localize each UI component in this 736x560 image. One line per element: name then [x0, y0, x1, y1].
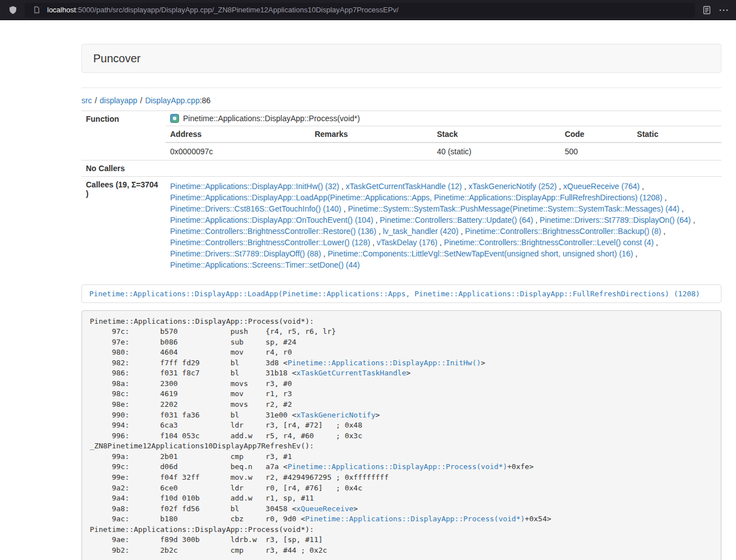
address-header: Address [166, 126, 310, 143]
no-callers-content [166, 160, 721, 172]
callee-link[interactable]: xQueueReceive (764) [563, 182, 639, 191]
breadcrumb-separator: / [140, 96, 143, 105]
code-symbol-link[interactable]: xTaskGenericNotify [296, 411, 376, 419]
page-content: Puncover src/displayapp/DisplayApp.cpp:8… [81, 44, 721, 560]
callee-link[interactable]: Pinetime::Components::LittleVgl::SetNewT… [328, 249, 633, 258]
page-icon [30, 4, 43, 16]
stack-value: 40 (static) [432, 143, 560, 160]
callees-list: Pinetime::Applications::DisplayApp::Init… [166, 177, 721, 274]
callee-link[interactable]: Pinetime::Drivers::Cst816S::GetTouchInfo… [170, 204, 341, 213]
callee-link[interactable]: vTaskDelay (176) [377, 238, 437, 247]
callee-link[interactable]: Pinetime::Drivers::St7789::DisplayOn() (… [540, 215, 691, 224]
callee-link[interactable]: Pinetime::Applications::Screens::Timer::… [170, 260, 360, 269]
code-symbol-link[interactable]: xTaskGetCurrentTaskHandle [296, 369, 406, 377]
breadcrumb-line-number: :86 [200, 96, 211, 105]
shield-icon[interactable] [7, 4, 19, 16]
static-header: Static [633, 126, 721, 143]
callee-link[interactable]: Pinetime::Applications::DisplayApp::OnTo… [170, 215, 373, 224]
symbol-snippet: Pinetime::Applications::DisplayApp::Load… [81, 284, 721, 303]
divider [81, 88, 721, 88]
breadcrumb-displayapp[interactable]: displayapp [100, 96, 138, 105]
code-symbol-link[interactable]: Pinetime::Applications::DisplayApp::Init… [287, 359, 481, 367]
browser-toolbar: localhost:5000/path/src/displayapp/Displ… [0, 0, 736, 20]
callee-link[interactable]: lv_task_handler (420) [383, 227, 459, 236]
url-bar[interactable]: localhost:5000/path/src/displayapp/Displ… [25, 3, 695, 17]
details-header-row: Address Remarks Stack Code Static [166, 126, 721, 143]
breadcrumb: src/displayapp/DisplayApp.cpp:86 [81, 96, 721, 105]
static-size-value [633, 143, 721, 160]
callee-link[interactable]: Pinetime::Controllers::Battery::Update()… [380, 215, 533, 224]
breadcrumb-src[interactable]: src [81, 96, 92, 105]
function-name-row: Pinetime::Applications::DisplayApp::Proc… [166, 111, 721, 126]
reader-mode-icon[interactable] [701, 4, 713, 16]
address-value: 0x0000097c [166, 143, 310, 160]
callee-link[interactable]: Pinetime::System::SystemTask::PushMessag… [348, 204, 680, 213]
code-size-value: 500 [560, 143, 633, 160]
remarks-value [310, 143, 432, 160]
url-host: localhost [47, 6, 76, 14]
app-header: Puncover [81, 44, 721, 73]
function-icon [170, 114, 179, 123]
callee-link[interactable]: Pinetime::Applications::DisplayApp::Load… [170, 193, 662, 202]
callees-row: Callees (19, Σ=3704 ) Pinetime::Applicat… [81, 177, 721, 275]
function-label: Function [81, 111, 166, 160]
callee-link[interactable]: Pinetime::Applications::DisplayApp::Init… [170, 182, 339, 191]
breadcrumb-separator: / [95, 96, 97, 105]
no-callers-row: No Callers [81, 160, 721, 177]
details-value-row: 0x0000097c 40 (static) 500 [166, 143, 721, 160]
breadcrumb-file[interactable]: DisplayApp.cpp [145, 96, 199, 105]
callee-link[interactable]: Pinetime::Controllers::BrightnessControl… [465, 227, 661, 236]
callees-label: Callees (19, Σ=3704 ) [81, 177, 166, 275]
function-name: Pinetime::Applications::DisplayApp::Proc… [183, 114, 360, 123]
menu-icon[interactable]: ⋯ [719, 4, 729, 16]
url-path: :5000/path/src/displayapp/DisplayApp.cpp… [76, 6, 399, 14]
remarks-header: Remarks [310, 126, 432, 143]
callee-link[interactable]: Pinetime::Controllers::BrightnessControl… [170, 238, 370, 247]
function-row: Function Pinetime::Applications::Display… [81, 111, 721, 160]
code-symbol-link[interactable]: Pinetime::Applications::DisplayApp::Proc… [287, 462, 507, 471]
code-symbol-link[interactable]: xQueueReceive [296, 504, 354, 513]
callee-link[interactable]: xTaskGenericNotify (252) [468, 182, 556, 191]
app-title[interactable]: Puncover [82, 52, 152, 65]
url-text: localhost:5000/path/src/displayapp/Displ… [47, 6, 399, 14]
stack-header: Stack [432, 126, 560, 143]
snippet-link[interactable]: Pinetime::Applications::DisplayApp::Load… [89, 290, 700, 298]
callee-link[interactable]: xTaskGetCurrentTaskHandle (12) [346, 182, 462, 191]
symbol-table: Function Pinetime::Applications::Display… [81, 111, 721, 274]
callee-link[interactable]: Pinetime::Controllers::BrightnessControl… [170, 227, 376, 236]
code-header: Code [560, 126, 633, 143]
no-callers-label: No Callers [81, 160, 166, 177]
callee-link[interactable]: Pinetime::Drivers::St7789::DisplayOff() … [170, 249, 321, 258]
disassembly: Pinetime::Applications::DisplayApp::Proc… [81, 310, 721, 560]
function-details-table: Address Remarks Stack Code Static 0x0000… [166, 126, 721, 160]
code-symbol-link[interactable]: Pinetime::Applications::DisplayApp::Proc… [305, 515, 525, 523]
callee-link[interactable]: Pinetime::Controllers::BrightnessControl… [444, 238, 653, 247]
